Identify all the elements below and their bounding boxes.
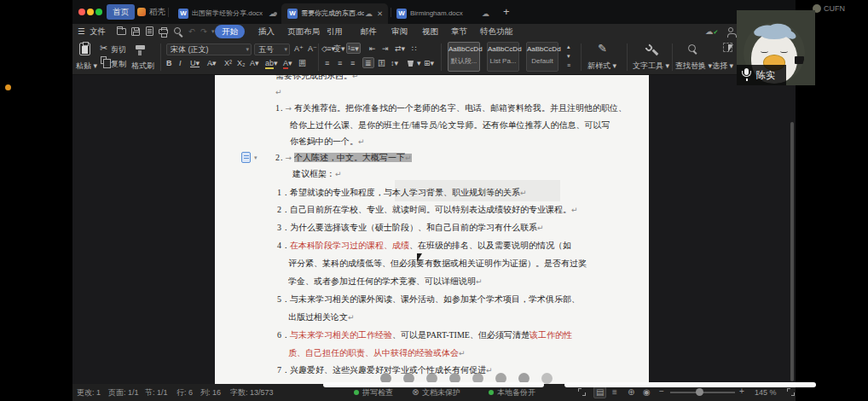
outline-view-icon[interactable]: ≡ <box>612 387 617 398</box>
paste-button[interactable]: 粘贴 ▾ <box>76 61 97 72</box>
increase-indent-button[interactable]: ⇥ <box>382 44 389 55</box>
new-style-button[interactable]: 新样式 ▾ <box>587 61 616 72</box>
font-name-combo[interactable]: 宋体 (正文)▾ <box>166 44 252 55</box>
document-tab[interactable]: W需要你完成的东西.docx☁✕ <box>281 3 388 24</box>
copy-icon[interactable] <box>101 56 107 64</box>
doc-line[interactable]: 出版过相关论文↵ <box>215 309 649 327</box>
shading-caret[interactable]: ▾ <box>417 58 421 69</box>
open-file-icon[interactable] <box>117 28 126 35</box>
hamburger-menu-icon[interactable]: ☰ <box>78 24 85 39</box>
doc-line[interactable]: 学金、或者参加过任何的学术竞赛、可以详细说明↵ <box>215 273 649 291</box>
file-menu[interactable]: 文件 <box>90 24 106 39</box>
paste-options-caret[interactable]: ▾ <box>254 154 258 161</box>
strikethrough-button[interactable]: A̶▾ <box>207 58 217 69</box>
zoom-slider-knob[interactable] <box>696 388 703 396</box>
doc-line[interactable]: 5．与未来学习相关的课外阅读、课外活动、如参加某个学术项目，学术俱乐部、 <box>215 291 649 309</box>
ribbon-tab-2[interactable]: 页面布局 <box>287 25 320 38</box>
bold-button[interactable]: B <box>166 58 172 69</box>
find-replace-button[interactable]: 查找替换 ▾ <box>675 61 712 72</box>
paragraph-layout-button[interactable]: ∷ <box>412 44 417 55</box>
select-icon[interactable] <box>728 44 733 52</box>
save-icon[interactable] <box>131 27 140 36</box>
doc-line[interactable]: 你爸妈中的一个。↵ <box>215 133 649 149</box>
document-page[interactable]: 需要你完成的东西。↵↵1.→有关推荐信。把你准备找的一个老师的名字、电话、邮箱资… <box>215 75 649 384</box>
underline-button[interactable]: U▾ <box>190 58 200 69</box>
bullets-button[interactable]: ∶≡▾ <box>325 44 335 55</box>
select-button[interactable]: 选择 ▾ <box>712 61 733 72</box>
copy-button[interactable]: 复制 <box>111 59 126 70</box>
vertical-scrollbar[interactable] <box>790 122 794 381</box>
font-color-button[interactable]: A▾ <box>283 58 292 69</box>
minimize-window-button[interactable] <box>87 9 94 15</box>
document-tab[interactable]: W出国留学经验分享.docx☁ <box>172 3 281 24</box>
export-pdf-icon[interactable] <box>146 26 153 36</box>
format-painter-button[interactable]: 格式刷 <box>131 61 154 72</box>
justify-button[interactable]: ≣ <box>362 57 374 68</box>
doc-line[interactable]: 质、自己担任的职责、从中获得的经验或体会↵ <box>215 345 649 363</box>
document-canvas[interactable]: 需要你完成的东西。↵↵1.→有关推荐信。把你准备找的一个老师的名字、电话、邮箱资… <box>72 75 796 384</box>
doc-line[interactable]: ↵ <box>215 84 649 100</box>
align-left-button[interactable]: ≡ <box>325 58 329 69</box>
align-center-button[interactable]: ≡ <box>338 58 342 69</box>
subscript-button[interactable]: X₂ <box>237 58 246 69</box>
doc-line[interactable]: 评分紧、某科的成绩低等、但必须要有数据或相关证明作为证据）。是否有过奖 <box>215 255 649 273</box>
doc-line[interactable]: 2．自己目前所在学校、专业、就读时间。可以特别表达成绩较好的专业课程。↵ <box>215 201 649 219</box>
new-style-icon[interactable]: ✎ <box>598 44 607 54</box>
zoom-window-button[interactable] <box>95 9 102 15</box>
doc-line[interactable]: 6．与未来学习相关的工作经验、可以是PART-TIME、但必须写清楚该工作的性 <box>215 327 649 345</box>
fullscreen-icon[interactable] <box>578 388 586 396</box>
char-border-button[interactable]: 囲 <box>298 58 306 69</box>
doc-line[interactable]: 1．希望就读的专业和程度，与本人学习背景、职业规划等的关系↵ <box>215 184 649 202</box>
format-painter-icon[interactable] <box>136 45 145 49</box>
doc-line[interactable]: 3．为什么要选择该专业（硕士阶段）、和自己目前的学习有什么联系↵ <box>215 219 649 237</box>
style-preset[interactable]: AaBbCcDdList Pa... <box>487 42 519 72</box>
paste-options-icon[interactable] <box>241 152 251 163</box>
doc-line[interactable]: 2.→个人陈述，中文。大概写一下↵ <box>215 149 649 166</box>
text-direction-button[interactable]: ⇄▾ <box>395 44 405 55</box>
ribbon-tab-home[interactable]: 开始 <box>215 25 245 38</box>
italic-button[interactable]: I <box>179 58 182 69</box>
superscript-button[interactable]: X² <box>224 58 232 69</box>
cut-button[interactable]: 剪切 <box>111 44 126 55</box>
shading-button[interactable] <box>407 61 414 67</box>
ribbon-tab-7[interactable]: 章节 <box>451 25 467 38</box>
collaborate-icon[interactable] <box>728 27 733 32</box>
ribbon-tab-1[interactable]: 插入 <box>258 25 275 38</box>
decrease-indent-button[interactable]: ⇤ <box>369 44 376 55</box>
ribbon-tab-8[interactable]: 特色功能 <box>480 25 512 38</box>
doc-line[interactable]: 建议框架：↵ <box>215 166 649 182</box>
borders-button[interactable]: ⊞▾ <box>424 58 434 69</box>
font-size-combo[interactable]: 五号▾ <box>254 44 290 55</box>
print-icon[interactable] <box>159 29 168 34</box>
doc-line[interactable]: 4．在本科阶段学习过的课程、成绩、在班级的排名、以及需要说明的情况（如 <box>215 237 649 255</box>
numbering-button[interactable]: ¹≡▾ <box>346 43 361 54</box>
doc-line[interactable]: 需要你完成的东西。↵ <box>215 75 649 84</box>
style-preset[interactable]: AaBbCcDdDefault <box>526 42 558 72</box>
styles-gallery-more[interactable]: ≡ <box>567 60 570 71</box>
close-window-button[interactable] <box>78 9 85 15</box>
tab-docer[interactable]: 稻壳 <box>137 4 165 20</box>
print-preview-icon[interactable] <box>174 27 181 34</box>
eye-protect-icon[interactable]: ◉ <box>643 387 651 398</box>
new-tab-button[interactable]: + <box>503 4 510 20</box>
line-spacing-button[interactable]: ↕▾ <box>391 58 398 69</box>
char-scale-button[interactable]: A▾ <box>250 58 259 69</box>
page-view-icon[interactable]: ▤ <box>593 386 606 398</box>
zoom-in-button[interactable]: + <box>739 386 744 397</box>
highlight-color-button[interactable]: ab▾ <box>265 58 278 69</box>
find-replace-icon[interactable] <box>688 44 696 52</box>
text-tools-button[interactable]: 文字工具 ▾ <box>633 61 669 72</box>
fit-page-icon[interactable] <box>787 388 795 396</box>
redo-icon[interactable]: ↷ <box>200 24 207 39</box>
ribbon-tab-3[interactable]: 引用 <box>327 25 343 38</box>
close-tab-icon[interactable]: ✕ <box>377 4 383 23</box>
ribbon-tab-6[interactable]: 视图 <box>422 25 438 38</box>
ribbon-tab-4[interactable]: 邮件 <box>361 25 377 38</box>
cloud-sync-icon[interactable]: ☁✔ <box>705 24 718 39</box>
shrink-font-button[interactable]: A⁻ <box>308 44 317 55</box>
grow-font-button[interactable]: A⁺ <box>294 44 304 55</box>
cut-icon[interactable]: ✂ <box>100 43 107 53</box>
style-preset[interactable]: AaBbCcDd默认段... <box>448 42 480 72</box>
document-tab[interactable]: WBirmingham.docx☁ <box>391 3 495 24</box>
qat-caret-icon[interactable]: ▾ <box>211 24 215 39</box>
